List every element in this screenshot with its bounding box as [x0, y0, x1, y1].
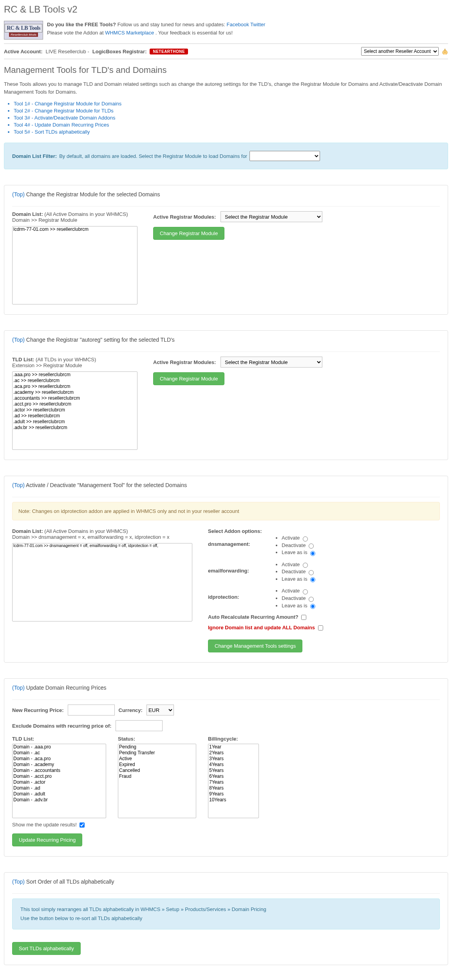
dns-deactivate-radio[interactable] [309, 543, 314, 549]
tool-link-2[interactable]: Tool 2# - Change Registrar Module for TL… [14, 108, 114, 114]
svg-point-1 [445, 49, 445, 50]
tool2-tld-list-sub: Extension >> Registrar Module [12, 362, 137, 368]
status-label: Status: [118, 736, 196, 742]
email-leave-radio[interactable] [310, 577, 315, 582]
email-deactivate-radio[interactable] [309, 570, 314, 575]
active-account-value: LIVE Resellerclub - [45, 49, 89, 54]
tool3-note: Note: Changes on idprotection addon are … [12, 502, 440, 520]
tool3-panel: (Top) Activate / Deactivate "Management … [4, 476, 448, 663]
dns-activate-label: Activate [282, 535, 300, 541]
top-link[interactable]: (Top) [12, 685, 25, 691]
logo-main: RC & LB Tools [5, 24, 42, 33]
ignore-all-checkbox[interactable] [318, 625, 323, 630]
billing-label: Billingcycle: [208, 736, 259, 742]
email-leave-label: Leave as is [282, 576, 307, 582]
section-title: Management Tools for TLD's and Domains [4, 65, 448, 75]
tool3-select-addon-label: Select Addon options: [208, 528, 262, 534]
tool4-update-button[interactable]: Update Recurring Pricing [12, 833, 82, 846]
tool2-tld-select[interactable]: .aaa.pro >> resellerclubrcm .ac >> resel… [12, 371, 137, 450]
billing-select[interactable]: 1Year 2Years 3Years 4Years 5Years 6Years… [208, 744, 259, 818]
dns-activate-radio[interactable] [303, 536, 308, 542]
dns-deactivate-label: Deactivate [282, 542, 306, 548]
email-activate-label: Activate [282, 562, 300, 567]
top-link[interactable]: (Top) [12, 482, 25, 488]
top-link[interactable]: (Top) [12, 879, 25, 885]
idprotection-label: idprotection: [208, 587, 275, 600]
tool1-domain-list-label: Domain List: [12, 211, 43, 217]
tool3-heading: Activate / Deactivate "Management Tool" … [26, 482, 187, 488]
id-activate-radio[interactable] [303, 589, 308, 594]
intro-text: These Tools allows you to manage TLD and… [4, 80, 448, 96]
emailforwarding-label: emailforwarding: [208, 561, 275, 574]
currency-select[interactable]: EUR [146, 705, 174, 716]
id-leave-radio[interactable] [310, 604, 315, 609]
tool1-reg-label: Active Registrar Modules: [153, 214, 216, 220]
tool5-info-line1: This tool simply rearranges all TLDs alp… [20, 905, 432, 914]
filter-label: Domain List Filter: [12, 153, 57, 159]
id-deactivate-label: Deactivate [282, 595, 306, 601]
tool5-info-line2: Use the button below to re-sort all TLDs… [20, 914, 432, 923]
tool5-panel: (Top) Sort Order of all TLDs alphabetica… [4, 872, 448, 965]
top-link[interactable]: (Top) [12, 337, 25, 343]
tool2-heading: Change the Registrar "autoreg" setting f… [26, 337, 175, 343]
tool2-tld-list-label: TLD List: [12, 357, 34, 362]
auto-recalc-checkbox[interactable] [301, 615, 306, 620]
tool2-panel: (Top) Change the Registrar "autoreg" set… [4, 330, 448, 460]
tool5-sort-button[interactable]: Sort TLDs alphabetically [12, 942, 81, 955]
tool3-domain-select[interactable]: lcdrm-77-01.com >> dnsmanagement = off, … [12, 543, 192, 621]
tool-link-1[interactable]: Tool 1# - Change Registrar Module for Do… [14, 101, 121, 107]
tool-link-3[interactable]: Tool 3# - Activate/Deactivate Domain Add… [14, 115, 115, 121]
currency-label: Currency: [119, 707, 143, 713]
tool2-tld-list-hint: (All TLDs in your WHMCS) [36, 357, 96, 362]
tool1-change-button[interactable]: Change Registrar Module [153, 227, 224, 240]
logo-sub: Resellerclub Mods [9, 33, 38, 37]
tool3-domain-list-hint: (All Active Domains in your WHMCS) [44, 528, 128, 534]
registrar-label: LogicBoxes Registrar: [92, 49, 147, 54]
marketplace-link[interactable]: WHMCS Marketplace [105, 30, 154, 36]
dnsmanagement-label: dnsmanagement: [208, 534, 275, 547]
id-activate-label: Activate [282, 588, 300, 594]
new-price-input[interactable] [68, 705, 115, 716]
tool3-domain-list-sub: Domain >> dnsmanagement = x, emailforwar… [12, 534, 192, 540]
page-title: RC & LB Tools v2 [4, 4, 448, 15]
reseller-account-select[interactable]: Select another Reseller Account [361, 47, 439, 56]
tool-links-list: Tool 1# - Change Registrar Module for Do… [4, 101, 448, 135]
header-line1-prefix: Do you like the FREE Tools? [47, 22, 116, 27]
email-deactivate-label: Deactivate [282, 569, 306, 574]
header-line2-prefix: Please vote the Addon at [47, 30, 105, 36]
tool-link-5[interactable]: Tool 5# - Sort TLDs alphabetically [14, 129, 90, 135]
tool4-tld-label: TLD List: [12, 736, 106, 742]
active-account-label: Active Account: [4, 49, 42, 54]
header-line1-text: Follow us and stay tuned for news and up… [118, 22, 227, 27]
facebook-link[interactable]: Facebook [227, 22, 249, 27]
tool1-reg-select[interactable]: Select the Registrar Module [221, 211, 322, 222]
header-line2-suffix: . Your feedback is essential for us! [155, 30, 233, 36]
show-results-checkbox[interactable] [80, 822, 85, 828]
ignore-all-label: Ignore Domain list and update ALL Domain… [208, 625, 315, 630]
id-leave-label: Leave as is [282, 603, 307, 609]
tool2-reg-select[interactable]: Select the Registrar Module [221, 357, 322, 368]
new-price-label: New Recurring Price: [12, 707, 64, 713]
dns-leave-label: Leave as is [282, 549, 307, 555]
filter-text: By default, all domains are loaded. Sele… [59, 153, 247, 159]
status-select[interactable]: Pending Pending Transfer Active Expired … [118, 744, 196, 818]
tool3-change-button[interactable]: Change Management Tools settings [208, 639, 302, 652]
twitter-link[interactable]: Twitter [250, 22, 265, 27]
exclude-input[interactable] [116, 720, 163, 731]
id-deactivate-radio[interactable] [309, 597, 314, 602]
tool1-domain-select[interactable]: lcdrm-77-01.com >> resellerclubrcm [12, 226, 137, 304]
tool-link-4[interactable]: Tool 4# - Update Domain Recurring Prices [14, 122, 109, 128]
tool2-change-button[interactable]: Change Registrar Module [153, 372, 224, 385]
auto-recalc-label: Auto Recalculate Recurring Amount? [208, 614, 298, 620]
tool1-panel: (Top) Change the Registrar Module for th… [4, 185, 448, 315]
tool4-tld-select[interactable]: Domain - .aaa.pro Domain - .ac Domain - … [12, 744, 106, 818]
help-icon[interactable] [442, 48, 448, 54]
top-link[interactable]: (Top) [12, 191, 25, 197]
tool1-heading: Change the Registrar Module for the sele… [26, 191, 160, 197]
registrar-badge: NETEARTHONE [150, 49, 188, 54]
filter-select[interactable] [250, 151, 320, 161]
dns-leave-radio[interactable] [310, 551, 315, 556]
tool1-domain-list-hint: (All Active Domains in your WHMCS) [44, 211, 128, 217]
tool5-heading: Sort Order of all TLDs alphabetically [26, 879, 114, 885]
email-activate-radio[interactable] [303, 563, 308, 568]
